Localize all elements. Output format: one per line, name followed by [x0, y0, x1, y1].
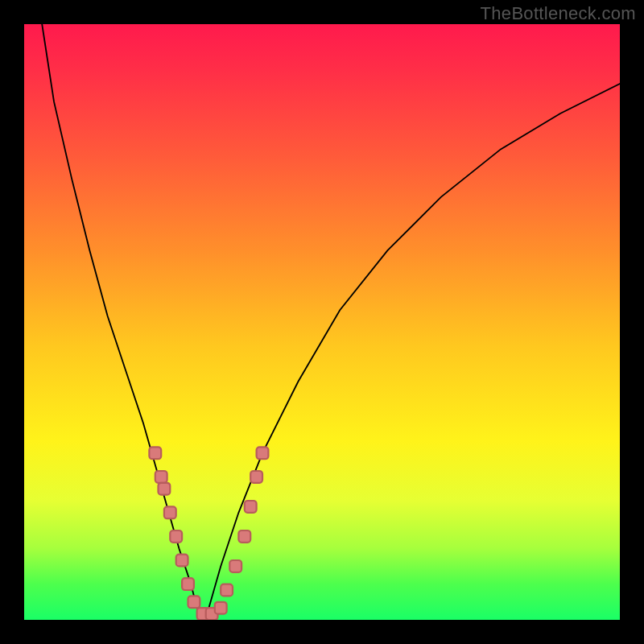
- curve-right: [203, 84, 620, 620]
- data-marker: [245, 501, 257, 513]
- data-markers: [149, 447, 268, 620]
- watermark-text: TheBottleneck.com: [481, 3, 636, 24]
- data-marker: [182, 578, 194, 590]
- data-marker: [159, 483, 171, 495]
- data-marker: [164, 506, 176, 518]
- data-marker: [176, 555, 188, 567]
- data-marker: [170, 530, 182, 543]
- data-marker: [229, 560, 242, 572]
- data-marker: [257, 447, 269, 459]
- data-marker: [250, 471, 262, 483]
- data-marker: [221, 584, 233, 597]
- data-marker: [149, 447, 161, 459]
- data-marker: [188, 596, 200, 608]
- data-marker: [238, 530, 250, 543]
- plot-area: [24, 24, 620, 620]
- chart-svg: [24, 24, 620, 620]
- data-marker: [215, 602, 227, 614]
- chart-frame: TheBottleneck.com: [0, 0, 644, 644]
- data-marker: [155, 471, 167, 483]
